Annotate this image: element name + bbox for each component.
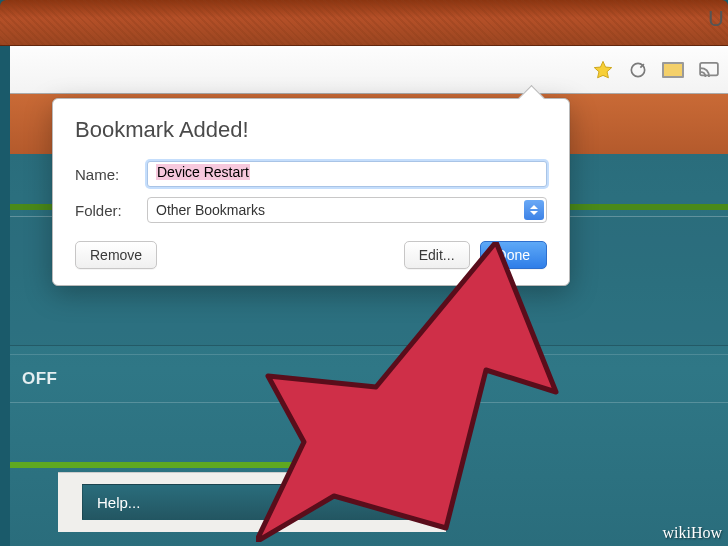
settings-icon[interactable]	[628, 60, 648, 80]
star-icon[interactable]	[592, 59, 614, 81]
name-label: Name:	[75, 166, 137, 183]
cast-icon[interactable]	[698, 62, 718, 78]
select-caret-icon	[524, 200, 544, 220]
wikihow-watermark: wikiHow	[662, 524, 722, 542]
browser-toolbar	[10, 46, 728, 94]
window-button-icon[interactable]	[662, 62, 684, 78]
input-selection: Device Restart	[156, 164, 250, 180]
bookmark-name-input[interactable]: Device Restart	[147, 161, 547, 187]
status-off-label: OFF	[10, 354, 728, 403]
popup-title: Bookmark Added!	[75, 117, 547, 143]
remove-button[interactable]: Remove	[75, 241, 157, 269]
window-titlebar: U	[0, 0, 728, 46]
partial-text: U	[708, 6, 724, 32]
bookmark-added-popup: Bookmark Added! Name: Device Restart Fol…	[52, 98, 570, 286]
divider	[10, 402, 728, 403]
help-label: Help...	[97, 494, 140, 511]
done-button[interactable]: Done	[480, 241, 547, 269]
folder-select[interactable]: Other Bookmarks	[147, 197, 547, 223]
divider-green-2	[10, 462, 455, 468]
help-bar[interactable]: Help...	[82, 484, 412, 520]
folder-selected-value: Other Bookmarks	[156, 202, 265, 218]
folder-label: Folder:	[75, 202, 137, 219]
edit-button[interactable]: Edit...	[404, 241, 470, 269]
